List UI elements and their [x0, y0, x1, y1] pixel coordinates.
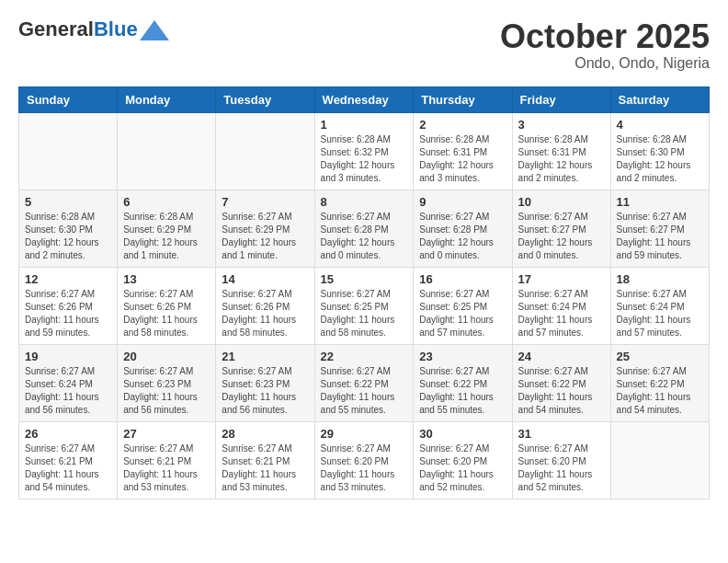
day-number: 11	[617, 195, 703, 209]
page-header: GeneralBlue October 2025 Ondo, Ondo, Nig…	[18, 18, 710, 72]
day-info: Sunrise: 6:28 AMSunset: 6:30 PMDaylight:…	[25, 211, 111, 262]
calendar-table: SundayMondayTuesdayWednesdayThursdayFrid…	[18, 86, 710, 500]
calendar-day-cell	[118, 112, 216, 190]
day-info: Sunrise: 6:27 AMSunset: 6:21 PMDaylight:…	[25, 442, 111, 494]
day-number: 26	[25, 427, 111, 441]
day-info: Sunrise: 6:27 AMSunset: 6:25 PMDaylight:…	[419, 288, 506, 339]
day-info: Sunrise: 6:27 AMSunset: 6:27 PMDaylight:…	[617, 211, 703, 262]
calendar-header-row: SundayMondayTuesdayWednesdayThursdayFrid…	[19, 86, 710, 112]
day-number: 18	[617, 272, 703, 286]
calendar-week-row: 12Sunrise: 6:27 AMSunset: 6:26 PMDayligh…	[19, 267, 710, 344]
calendar-day-cell: 8Sunrise: 6:27 AMSunset: 6:28 PMDaylight…	[314, 190, 414, 267]
day-info: Sunrise: 6:27 AMSunset: 6:24 PMDaylight:…	[518, 288, 605, 339]
day-info: Sunrise: 6:27 AMSunset: 6:22 PMDaylight:…	[321, 365, 408, 417]
logo-text: GeneralBlue	[18, 19, 138, 40]
calendar-day-cell: 3Sunrise: 6:28 AMSunset: 6:31 PMDaylight…	[512, 112, 610, 190]
day-header-friday: Friday	[512, 86, 610, 112]
logo-icon	[140, 20, 169, 40]
day-info: Sunrise: 6:27 AMSunset: 6:20 PMDaylight:…	[419, 442, 506, 494]
day-info: Sunrise: 6:27 AMSunset: 6:21 PMDaylight:…	[222, 442, 308, 494]
day-number: 19	[25, 350, 111, 363]
day-number: 30	[419, 427, 506, 441]
calendar-day-cell: 27Sunrise: 6:27 AMSunset: 6:21 PMDayligh…	[118, 421, 216, 499]
logo: GeneralBlue	[18, 18, 169, 40]
logo-general: General	[18, 17, 94, 40]
day-header-thursday: Thursday	[414, 86, 512, 112]
day-header-monday: Monday	[118, 86, 216, 112]
calendar-day-cell: 6Sunrise: 6:28 AMSunset: 6:29 PMDaylight…	[118, 190, 216, 267]
day-number: 6	[123, 195, 210, 209]
day-number: 20	[123, 350, 210, 363]
day-info: Sunrise: 6:28 AMSunset: 6:31 PMDaylight:…	[419, 133, 506, 185]
calendar-week-row: 19Sunrise: 6:27 AMSunset: 6:24 PMDayligh…	[19, 344, 710, 421]
day-number: 8	[321, 195, 408, 209]
day-info: Sunrise: 6:27 AMSunset: 6:26 PMDaylight:…	[123, 288, 210, 339]
calendar-day-cell: 22Sunrise: 6:27 AMSunset: 6:22 PMDayligh…	[314, 344, 414, 421]
calendar-day-cell: 24Sunrise: 6:27 AMSunset: 6:22 PMDayligh…	[512, 344, 610, 421]
calendar-day-cell	[216, 112, 314, 190]
calendar-day-cell: 2Sunrise: 6:28 AMSunset: 6:31 PMDaylight…	[414, 112, 512, 190]
calendar-day-cell: 13Sunrise: 6:27 AMSunset: 6:26 PMDayligh…	[118, 267, 216, 344]
day-info: Sunrise: 6:27 AMSunset: 6:23 PMDaylight:…	[222, 365, 308, 417]
day-number: 16	[419, 272, 506, 286]
day-info: Sunrise: 6:27 AMSunset: 6:28 PMDaylight:…	[321, 211, 408, 262]
day-info: Sunrise: 6:27 AMSunset: 6:22 PMDaylight:…	[419, 365, 506, 417]
calendar-week-row: 5Sunrise: 6:28 AMSunset: 6:30 PMDaylight…	[19, 190, 710, 267]
day-number: 31	[518, 427, 605, 441]
calendar-day-cell: 5Sunrise: 6:28 AMSunset: 6:30 PMDaylight…	[19, 190, 118, 267]
day-info: Sunrise: 6:28 AMSunset: 6:31 PMDaylight:…	[518, 133, 605, 185]
calendar-day-cell	[19, 112, 118, 190]
calendar-day-cell: 16Sunrise: 6:27 AMSunset: 6:25 PMDayligh…	[414, 267, 512, 344]
calendar-day-cell: 30Sunrise: 6:27 AMSunset: 6:20 PMDayligh…	[414, 421, 512, 499]
day-number: 28	[222, 427, 308, 441]
day-header-wednesday: Wednesday	[314, 86, 414, 112]
day-number: 24	[518, 350, 605, 363]
day-number: 9	[419, 195, 506, 209]
calendar-day-cell: 19Sunrise: 6:27 AMSunset: 6:24 PMDayligh…	[19, 344, 118, 421]
day-info: Sunrise: 6:27 AMSunset: 6:22 PMDaylight:…	[518, 365, 605, 417]
calendar-week-row: 1Sunrise: 6:28 AMSunset: 6:32 PMDaylight…	[19, 112, 710, 190]
day-number: 1	[321, 118, 408, 132]
calendar-day-cell: 7Sunrise: 6:27 AMSunset: 6:29 PMDaylight…	[216, 190, 314, 267]
calendar-day-cell: 31Sunrise: 6:27 AMSunset: 6:20 PMDayligh…	[512, 421, 610, 499]
location-title: Ondo, Ondo, Nigeria	[500, 55, 710, 72]
calendar-day-cell: 17Sunrise: 6:27 AMSunset: 6:24 PMDayligh…	[512, 267, 610, 344]
day-info: Sunrise: 6:27 AMSunset: 6:26 PMDaylight:…	[222, 288, 308, 339]
day-number: 17	[518, 272, 605, 286]
day-number: 15	[321, 272, 408, 286]
day-info: Sunrise: 6:27 AMSunset: 6:24 PMDaylight:…	[617, 288, 703, 339]
title-block: October 2025 Ondo, Ondo, Nigeria	[500, 18, 710, 72]
day-number: 27	[123, 427, 210, 441]
day-number: 5	[25, 195, 111, 209]
day-number: 29	[321, 427, 408, 441]
calendar-day-cell: 4Sunrise: 6:28 AMSunset: 6:30 PMDaylight…	[610, 112, 709, 190]
day-info: Sunrise: 6:27 AMSunset: 6:23 PMDaylight:…	[123, 365, 210, 417]
calendar-day-cell: 12Sunrise: 6:27 AMSunset: 6:26 PMDayligh…	[19, 267, 118, 344]
month-title: October 2025	[500, 18, 710, 55]
day-info: Sunrise: 6:27 AMSunset: 6:27 PMDaylight:…	[518, 211, 605, 262]
day-info: Sunrise: 6:28 AMSunset: 6:32 PMDaylight:…	[321, 133, 408, 185]
day-info: Sunrise: 6:27 AMSunset: 6:24 PMDaylight:…	[25, 365, 111, 417]
day-info: Sunrise: 6:27 AMSunset: 6:26 PMDaylight:…	[25, 288, 111, 339]
day-info: Sunrise: 6:28 AMSunset: 6:29 PMDaylight:…	[123, 211, 210, 262]
day-header-tuesday: Tuesday	[216, 86, 314, 112]
day-header-saturday: Saturday	[610, 86, 709, 112]
day-number: 23	[419, 350, 506, 363]
calendar-day-cell: 1Sunrise: 6:28 AMSunset: 6:32 PMDaylight…	[314, 112, 414, 190]
calendar-week-row: 26Sunrise: 6:27 AMSunset: 6:21 PMDayligh…	[19, 421, 710, 499]
calendar-day-cell: 9Sunrise: 6:27 AMSunset: 6:28 PMDaylight…	[414, 190, 512, 267]
calendar-day-cell: 11Sunrise: 6:27 AMSunset: 6:27 PMDayligh…	[610, 190, 709, 267]
day-info: Sunrise: 6:27 AMSunset: 6:20 PMDaylight:…	[518, 442, 605, 494]
day-number: 12	[25, 272, 111, 286]
calendar-day-cell: 28Sunrise: 6:27 AMSunset: 6:21 PMDayligh…	[216, 421, 314, 499]
calendar-day-cell: 18Sunrise: 6:27 AMSunset: 6:24 PMDayligh…	[610, 267, 709, 344]
day-number: 25	[617, 350, 703, 363]
day-number: 4	[617, 118, 703, 132]
day-info: Sunrise: 6:27 AMSunset: 6:25 PMDaylight:…	[321, 288, 408, 339]
day-header-sunday: Sunday	[19, 86, 118, 112]
day-number: 7	[222, 195, 308, 209]
calendar-day-cell: 15Sunrise: 6:27 AMSunset: 6:25 PMDayligh…	[314, 267, 414, 344]
day-info: Sunrise: 6:27 AMSunset: 6:29 PMDaylight:…	[222, 211, 308, 262]
calendar-day-cell: 23Sunrise: 6:27 AMSunset: 6:22 PMDayligh…	[414, 344, 512, 421]
logo-blue: Blue	[94, 17, 138, 40]
